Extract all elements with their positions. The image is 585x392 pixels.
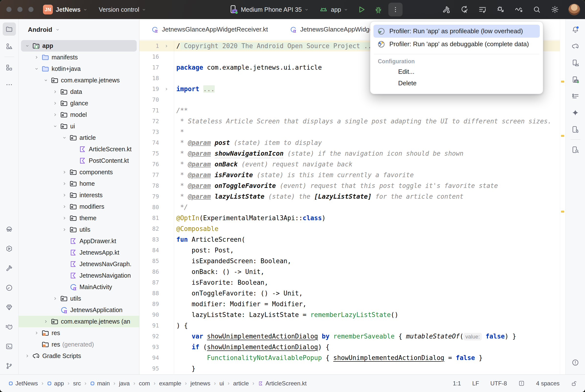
- tool-window-app-quality-insights-icon[interactable]: [3, 300, 16, 314]
- tree-item-utils[interactable]: utils: [19, 224, 139, 235]
- caret-position[interactable]: 1:1: [453, 380, 461, 387]
- breadcrumb-item[interactable]: article: [233, 380, 249, 387]
- tool-window-gradle-icon[interactable]: [568, 40, 582, 53]
- chevron-down-icon[interactable]: [24, 44, 31, 48]
- tree-item-com-example-jetnews-an[interactable]: com.example.jetnews (an: [19, 316, 139, 327]
- code-line[interactable]: 75 * @param showNavigationIcon (state) i…: [139, 148, 560, 159]
- code-line[interactable]: 91) {: [139, 320, 560, 331]
- code-line[interactable]: 85 isExpandedScreen: Boolean,: [139, 256, 560, 266]
- chevron-right-icon[interactable]: [24, 354, 31, 358]
- line-number[interactable]: 18: [139, 75, 159, 82]
- settings-icon[interactable]: [550, 5, 559, 14]
- tool-window-profiler-gauge-icon[interactable]: [3, 281, 16, 294]
- indent-style[interactable]: 4 spaces: [536, 380, 559, 387]
- file-encoding[interactable]: UTF-8: [490, 380, 507, 387]
- code-line[interactable]: 80 */: [139, 202, 560, 212]
- fold-marker-icon[interactable]: [159, 84, 174, 94]
- line-number[interactable]: 79: [139, 193, 159, 200]
- code-line[interactable]: 94 FunctionalityNotAvailablePopup { show…: [139, 352, 560, 363]
- line-number[interactable]: 89: [139, 301, 159, 307]
- tree-item-articlescreen-kt[interactable]: ArticleScreen.kt: [19, 144, 139, 155]
- line-number[interactable]: 81: [139, 215, 159, 221]
- line-number[interactable]: 87: [139, 279, 159, 286]
- line-number[interactable]: 86: [139, 268, 159, 275]
- tree-item-modifiers[interactable]: modifiers: [19, 201, 139, 212]
- tree-item-postcontent-kt[interactable]: PostContent.kt: [19, 155, 139, 166]
- line-number[interactable]: 78: [139, 182, 159, 189]
- tool-window-more-tools-icon[interactable]: [3, 78, 16, 91]
- code-line[interactable]: 73 *: [139, 126, 560, 137]
- line-number[interactable]: 17: [139, 64, 159, 71]
- chevron-right-icon[interactable]: [33, 55, 40, 60]
- tool-window-logcat-icon[interactable]: [3, 320, 16, 333]
- code-line[interactable]: 70: [139, 94, 560, 105]
- line-number[interactable]: 84: [139, 247, 159, 254]
- tool-window-app-inspection-icon[interactable]: [3, 222, 16, 236]
- line-number[interactable]: 76: [139, 161, 159, 168]
- breadcrumb-item[interactable]: java: [119, 380, 130, 387]
- menu-item-delete[interactable]: Delete: [373, 78, 540, 89]
- code-line[interactable]: 88 onToggleFavorite: () -> Unit,: [139, 288, 560, 299]
- chevron-right-icon[interactable]: [51, 90, 59, 94]
- chevron-right-icon[interactable]: [61, 216, 68, 220]
- breadcrumb-item[interactable]: com: [139, 380, 150, 387]
- line-number[interactable]: 90: [139, 312, 159, 318]
- chevron-down-icon[interactable]: [33, 66, 40, 71]
- chevron-down-icon[interactable]: [61, 136, 68, 140]
- tool-window-device-manager-icon[interactable]: [568, 56, 582, 70]
- project-view-selector[interactable]: Android: [19, 19, 139, 40]
- menu-item-profiler[interactable]: Profiler: Run 'app' as debuggable (compl…: [373, 38, 540, 50]
- close-window-button[interactable]: [6, 7, 12, 12]
- device-selector[interactable]: Medium Phone API 35: [228, 0, 309, 19]
- tree-item-data[interactable]: data: [19, 86, 139, 98]
- build-icon[interactable]: [442, 5, 451, 14]
- tool-window-resource-manager-icon[interactable]: [3, 40, 16, 53]
- unlock-icon[interactable]: [571, 380, 578, 387]
- tool-window-device-explorer-icon[interactable]: [568, 143, 582, 156]
- breadcrumb-item[interactable]: JetNews: [8, 380, 38, 387]
- line-number[interactable]: 19: [139, 86, 159, 92]
- inspection-widget-icon[interactable]: [518, 380, 525, 386]
- code-line[interactable]: 72 * Stateless Article Screen that displ…: [139, 116, 560, 126]
- tool-window-problems-icon[interactable]: [568, 356, 582, 369]
- tree-item-appdrawer-kt[interactable]: AppDrawer.kt: [19, 235, 139, 247]
- warning-stripe-mark[interactable]: [561, 135, 564, 137]
- minimize-window-button[interactable]: [17, 7, 23, 12]
- code-line[interactable]: 92 var showUnimplementedActionDialog by …: [139, 331, 560, 342]
- tool-window-terminal-icon[interactable]: [3, 340, 16, 353]
- line-number[interactable]: 95: [139, 365, 159, 372]
- code-line[interactable]: 90 lazyListState: LazyListState = rememb…: [139, 310, 560, 320]
- code-line[interactable]: 86 onBack: () -> Unit,: [139, 266, 560, 277]
- tool-window-gemini-icon[interactable]: [568, 106, 582, 119]
- tree-item-theme[interactable]: theme: [19, 212, 139, 224]
- line-number[interactable]: 94: [139, 354, 159, 361]
- code-line[interactable]: 76 * @param onBack (event) request navig…: [139, 159, 560, 170]
- tool-window-running-devices-icon[interactable]: [568, 73, 582, 86]
- code-line[interactable]: 84 post: Post,: [139, 245, 560, 256]
- tree-item-app[interactable]: app: [21, 40, 137, 52]
- apply-changes-icon[interactable]: [460, 5, 469, 14]
- chevron-right-icon[interactable]: [61, 204, 68, 209]
- tool-window-project-folder-icon[interactable]: [3, 22, 16, 36]
- editor-tab[interactable]: JetnewsGlanceAppWidget.k: [290, 26, 380, 33]
- line-separator[interactable]: LF: [472, 380, 479, 387]
- line-number[interactable]: 91: [139, 322, 159, 329]
- tree-item-utils[interactable]: utils: [19, 293, 139, 304]
- breadcrumb-item[interactable]: ui: [219, 380, 224, 387]
- line-number[interactable]: 1: [139, 43, 159, 49]
- breadcrumb-item[interactable]: example: [159, 380, 181, 387]
- chevron-right-icon[interactable]: [42, 319, 50, 324]
- code-line[interactable]: 93 if (showUnimplementedActionDialog) {: [139, 342, 560, 352]
- chevron-down-icon[interactable]: [42, 78, 50, 82]
- tool-window-structure-icon[interactable]: [568, 90, 582, 103]
- code-line[interactable]: 78 * @param onToggleFavorite (event) req…: [139, 180, 560, 191]
- line-number[interactable]: 74: [139, 140, 159, 146]
- tree-item-res[interactable]: res: [19, 327, 139, 339]
- tool-window-build-hammer-icon[interactable]: [3, 262, 16, 275]
- search-icon[interactable]: [532, 5, 541, 14]
- menu-item-edit[interactable]: Edit...: [373, 66, 540, 78]
- line-number[interactable]: 85: [139, 258, 159, 264]
- chevron-right-icon[interactable]: [51, 112, 59, 117]
- line-number[interactable]: 70: [139, 96, 159, 103]
- sync-lines-icon[interactable]: [478, 5, 487, 14]
